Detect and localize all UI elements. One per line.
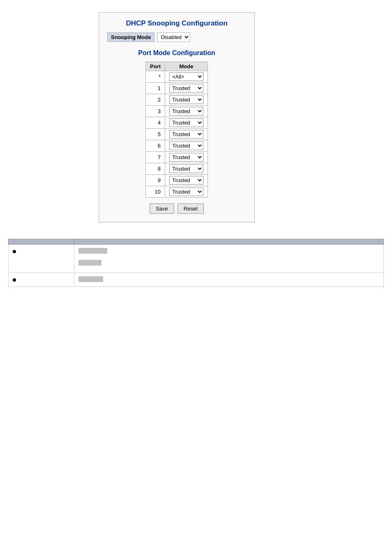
page-wrapper: DHCP Snooping Configuration Snooping Mod… [0, 0, 392, 299]
gray-block-2a [78, 276, 379, 283]
port-cell-5: 5 [146, 129, 165, 140]
mode-select-3[interactable]: TrustedUntrusted [169, 107, 203, 116]
bottom-section [8, 239, 384, 287]
table-row: 1TrustedUntrusted [146, 83, 208, 94]
table-row: 2TrustedUntrusted [146, 94, 208, 106]
table-row [9, 273, 384, 287]
reset-button[interactable]: Reset [178, 204, 204, 214]
snooping-mode-select[interactable]: Disabled Enabled [157, 32, 190, 42]
content-cell-2 [74, 273, 384, 287]
mode-cell-10: TrustedUntrusted [165, 186, 208, 198]
port-cell-3: 3 [146, 106, 165, 117]
gray-block-1a [78, 248, 379, 257]
port-mode-title: Port Mode Configuration [107, 49, 246, 57]
mode-select-10[interactable]: TrustedUntrusted [169, 187, 203, 196]
snooping-mode-row: Snooping Mode Disabled Enabled [107, 32, 246, 42]
table-row: 3TrustedUntrusted [146, 106, 208, 117]
table-row: *<All>TrustedUntrusted [146, 71, 208, 83]
bottom-col-header-1 [9, 239, 74, 245]
mode-cell-9: TrustedUntrusted [165, 175, 208, 186]
table-row: 6TrustedUntrusted [146, 140, 208, 152]
port-cell-1: 1 [146, 83, 165, 94]
mode-cell-8: TrustedUntrusted [165, 163, 208, 175]
port-cell-8: 8 [146, 163, 165, 175]
table-row: 7TrustedUntrusted [146, 152, 208, 163]
mode-cell-5: TrustedUntrusted [165, 129, 208, 140]
mode-cell-4: TrustedUntrusted [165, 117, 208, 129]
table-row: 8TrustedUntrusted [146, 163, 208, 175]
mode-select-5[interactable]: TrustedUntrusted [169, 130, 203, 139]
bullet-icon-2 [13, 278, 16, 282]
col-header-mode: Mode [165, 62, 208, 71]
mode-select-6[interactable]: TrustedUntrusted [169, 141, 203, 150]
mode-select-*[interactable]: <All>TrustedUntrusted [169, 72, 203, 81]
mode-cell-7: TrustedUntrusted [165, 152, 208, 163]
save-button[interactable]: Save [150, 204, 174, 214]
mode-cell-6: TrustedUntrusted [165, 140, 208, 152]
mode-select-2[interactable]: TrustedUntrusted [169, 95, 203, 104]
mode-cell-2: TrustedUntrusted [165, 94, 208, 106]
mode-select-9[interactable]: TrustedUntrusted [169, 176, 203, 185]
bullet-icon-1 [13, 250, 16, 253]
snooping-mode-label: Snooping Mode [107, 32, 154, 42]
table-row: 4TrustedUntrusted [146, 117, 208, 129]
content-cell-1 [74, 245, 384, 273]
mode-cell-1: TrustedUntrusted [165, 83, 208, 94]
gray-block-1b [78, 260, 379, 269]
config-card: DHCP Snooping Configuration Snooping Mod… [99, 12, 255, 222]
mode-select-1[interactable]: TrustedUntrusted [169, 84, 203, 92]
port-cell-6: 6 [146, 140, 165, 152]
port-mode-table: Port Mode *<All>TrustedUntrusted1Trusted… [145, 62, 208, 198]
port-cell-2: 2 [146, 94, 165, 106]
mode-cell-3: TrustedUntrusted [165, 106, 208, 117]
mode-cell-*: <All>TrustedUntrusted [165, 71, 208, 83]
mode-select-7[interactable]: TrustedUntrusted [169, 153, 203, 162]
table-row: 5TrustedUntrusted [146, 129, 208, 140]
bullet-cell-1 [9, 245, 74, 273]
page-title: DHCP Snooping Configuration [107, 19, 246, 28]
port-cell-4: 4 [146, 117, 165, 129]
bottom-table [8, 239, 384, 287]
mode-select-4[interactable]: TrustedUntrusted [169, 118, 203, 127]
bottom-col-header-2 [74, 239, 384, 245]
port-cell-9: 9 [146, 175, 165, 186]
action-row: Save Reset [107, 204, 246, 214]
col-header-port: Port [146, 62, 165, 71]
port-cell-10: 10 [146, 186, 165, 198]
bullet-cell-2 [9, 273, 74, 287]
port-cell-*: * [146, 71, 165, 83]
table-row: 9TrustedUntrusted [146, 175, 208, 186]
mode-select-8[interactable]: TrustedUntrusted [169, 164, 203, 173]
port-cell-7: 7 [146, 152, 165, 163]
table-row: 10TrustedUntrusted [146, 186, 208, 198]
table-row [9, 245, 384, 273]
